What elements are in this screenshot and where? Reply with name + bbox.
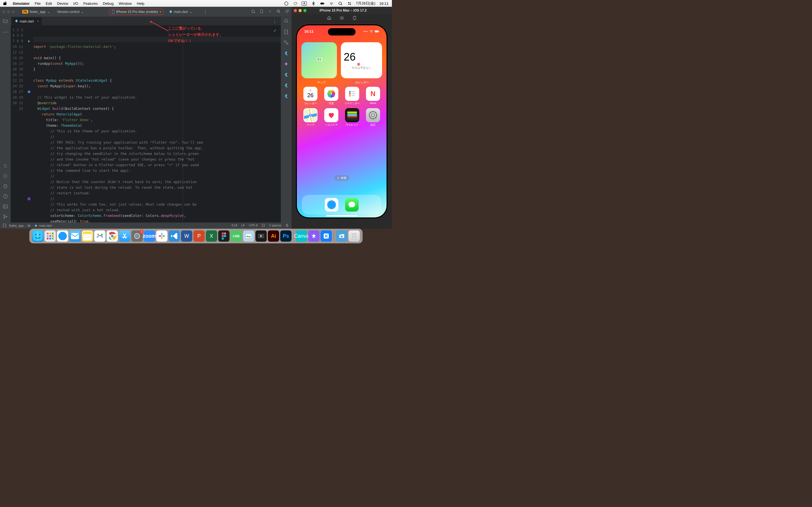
file-tab-main[interactable]: main.dart × xyxy=(12,17,42,25)
dock-finder[interactable] xyxy=(32,230,43,242)
problems-icon[interactable] xyxy=(3,194,8,200)
menubar-date[interactable]: 7月26日(金) xyxy=(356,1,375,6)
app-wallet[interactable]: ウォレット xyxy=(345,108,359,127)
dock-system-settings[interactable]: 2 xyxy=(132,230,143,242)
control-center-icon[interactable] xyxy=(347,1,352,6)
app-health[interactable]: ヘルスケア xyxy=(324,108,338,127)
flutter-devtools-icon[interactable] xyxy=(284,94,289,100)
home-indicator[interactable] xyxy=(326,215,357,216)
app-news[interactable]: NNews xyxy=(366,87,380,105)
dock-vscode[interactable] xyxy=(168,230,180,242)
tab-more-icon[interactable]: ⋮ xyxy=(269,18,280,24)
screenshot-icon[interactable] xyxy=(340,16,344,21)
menu-device[interactable]: Device xyxy=(57,1,68,6)
dock-photoshop[interactable]: Ps xyxy=(280,230,292,242)
apple-logo-icon[interactable] xyxy=(3,1,8,6)
project-tool-icon[interactable] xyxy=(3,18,8,25)
cursor-position[interactable]: 3:14 xyxy=(232,224,238,228)
dock-safari[interactable] xyxy=(57,230,68,242)
sim-traffic-lights[interactable] xyxy=(294,9,306,12)
device-preview-icon[interactable] xyxy=(259,9,264,15)
dock-powerpoint[interactable]: P xyxy=(193,230,205,242)
menu-debug[interactable]: Debug xyxy=(103,1,114,6)
menubar-app-name[interactable]: Simulator xyxy=(13,1,30,6)
sb-box-icon[interactable] xyxy=(3,224,6,228)
menu-io[interactable]: I/O xyxy=(73,1,78,6)
flutter-outline-icon[interactable] xyxy=(284,72,289,78)
code-editor[interactable]: ✔ 1 2 3 4 5 6 7 8 9 10 11 12 13 14 15 16… xyxy=(11,25,281,223)
git-icon[interactable] xyxy=(3,214,8,220)
indent[interactable]: 2 spaces xyxy=(269,224,282,228)
gear-icon[interactable] xyxy=(285,9,289,15)
menu-help[interactable]: Help xyxy=(137,1,144,6)
dock-app-messages[interactable] xyxy=(345,198,359,212)
line-ending[interactable]: LF xyxy=(241,224,245,228)
menu-file[interactable]: File xyxy=(35,1,41,6)
hierarchy-icon[interactable] xyxy=(284,40,289,46)
lightning-icon[interactable] xyxy=(268,9,272,15)
breadcrumb[interactable]: flutter_app› lib› main.dart xyxy=(9,224,52,227)
docs-icon[interactable] xyxy=(284,29,289,36)
dock-xcode[interactable] xyxy=(320,230,332,242)
bluetooth-icon[interactable] xyxy=(311,1,316,6)
dock-zoom[interactable]: zoom xyxy=(144,230,155,242)
menubar-time[interactable]: 16:11 xyxy=(379,1,389,6)
dock-notes[interactable] xyxy=(82,230,93,242)
widget-gutter-icon[interactable] xyxy=(25,89,33,95)
readonly-icon[interactable] xyxy=(262,224,265,228)
cat-icon[interactable] xyxy=(3,184,8,190)
ellipsis-icon[interactable]: ⋯ xyxy=(3,29,8,35)
spotlight-icon[interactable] xyxy=(338,1,343,6)
color-swatch-icon[interactable] xyxy=(25,196,33,202)
titlebar-icon-1[interactable] xyxy=(251,9,255,15)
search-icon[interactable] xyxy=(276,9,281,15)
flutter-inspector-icon[interactable] xyxy=(284,51,289,57)
multitasking-icon[interactable] xyxy=(352,16,357,21)
dock-app-safari[interactable] xyxy=(325,198,338,212)
menu-edit[interactable]: Edit xyxy=(46,1,52,6)
iphone-screen[interactable]: 16:11 •••• 東京 26金曜日 今日は予定なし マップ カレンダー xyxy=(297,25,387,217)
app-maps[interactable]: マップ xyxy=(303,108,317,127)
dock-excel[interactable]: X xyxy=(206,230,217,242)
maps-widget[interactable]: 東京 xyxy=(301,42,337,78)
dock-figma[interactable] xyxy=(218,230,230,242)
dock-slack[interactable] xyxy=(156,230,167,242)
dock-preview[interactable] xyxy=(243,230,254,242)
dock-app-2[interactable] xyxy=(308,230,319,242)
notifications-icon[interactable] xyxy=(284,18,289,25)
device-selector[interactable]: iPhone 15 Pro Max (mobile) ▾ xyxy=(109,9,164,15)
dock-freeform[interactable] xyxy=(94,230,105,242)
app-photos[interactable]: 写真 xyxy=(324,87,338,105)
run-gutter-icon[interactable] xyxy=(25,38,33,44)
dock-illustrator[interactable]: Ai xyxy=(268,230,279,242)
app-reminders[interactable]: リマインダー xyxy=(345,87,360,105)
version-control-selector[interactable]: Version control ⌄ xyxy=(55,9,86,15)
dock-downloads[interactable] xyxy=(336,230,347,242)
app-settings[interactable]: 設定 xyxy=(366,108,380,127)
dock-word[interactable]: W xyxy=(181,230,192,242)
battery-icon[interactable] xyxy=(320,1,325,6)
flutter-perf-icon[interactable] xyxy=(284,83,289,89)
terminal-icon[interactable] xyxy=(3,204,8,210)
dock-trash[interactable] xyxy=(349,230,360,242)
spotlight-search-pill[interactable]: 検索 xyxy=(335,175,349,181)
calendar-widget[interactable]: 26金曜日 今日は予定なし xyxy=(341,42,382,78)
menu-window[interactable]: Window xyxy=(119,1,132,6)
dock-appstore[interactable] xyxy=(119,230,130,242)
project-selector[interactable]: FA flutter_app ⌄ xyxy=(20,9,52,15)
diamond-icon[interactable] xyxy=(3,173,8,180)
more-icon[interactable]: ⋮ xyxy=(203,9,207,14)
sync-icon[interactable] xyxy=(3,163,8,170)
dock-canva[interactable]: Canva xyxy=(296,230,307,242)
input-source-icon[interactable]: A xyxy=(302,1,307,6)
menubar-screen-icon[interactable] xyxy=(293,1,298,6)
ai-star-icon[interactable] xyxy=(284,61,289,68)
window-traffic-lights[interactable] xyxy=(2,10,15,13)
menubar-box-icon[interactable] xyxy=(284,1,289,6)
dock-final-cut[interactable] xyxy=(255,230,267,242)
encoding[interactable]: UTF-8 xyxy=(249,224,258,228)
run-config-selector[interactable]: main.dart ⌄ xyxy=(167,9,195,15)
dock-chrome[interactable] xyxy=(107,230,118,242)
close-tab-icon[interactable]: × xyxy=(37,19,39,23)
lock-icon[interactable] xyxy=(285,224,289,228)
